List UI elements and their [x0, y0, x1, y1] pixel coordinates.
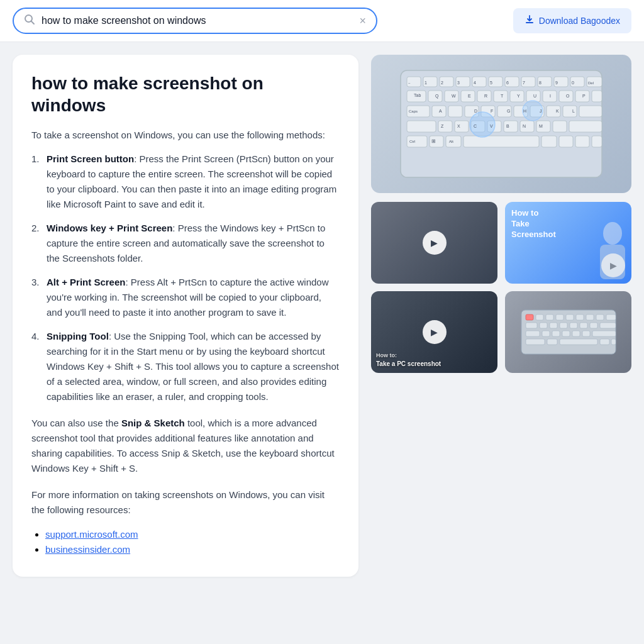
- svg-text:R: R: [484, 94, 487, 98]
- main-content: how to make screenshot on windows To tak…: [0, 42, 644, 589]
- svg-text:K: K: [556, 109, 559, 113]
- svg-text:O: O: [566, 94, 570, 98]
- play-button-1[interactable]: ▶: [423, 231, 447, 255]
- search-icon: [24, 14, 35, 28]
- svg-rect-133: [526, 314, 533, 320]
- svg-text:F: F: [491, 109, 493, 113]
- play-button-3[interactable]: ▶: [423, 320, 447, 344]
- svg-text:A: A: [439, 109, 442, 113]
- methods-list: 1. Print Screen button: Press the Print …: [31, 152, 340, 404]
- svg-rect-130: [560, 339, 597, 345]
- video-thumb-4[interactable]: [505, 291, 631, 373]
- list-item: 2. Windows key + Print Screen: Press the…: [31, 221, 340, 266]
- svg-text:2: 2: [441, 80, 443, 85]
- svg-text:1: 1: [425, 80, 427, 85]
- download-button[interactable]: Download Bagoodex: [513, 8, 631, 33]
- video-thumb-1[interactable]: ▶: [371, 202, 497, 284]
- svg-text:Del: Del: [588, 81, 594, 85]
- resource-item: support.microsoft.com: [45, 529, 340, 540]
- method-bold: Alt + Print Screen: [47, 277, 125, 287]
- svg-rect-112: [606, 314, 616, 320]
- svg-text:⊞: ⊞: [431, 138, 436, 144]
- method-bold: Snipping Tool: [47, 331, 109, 341]
- svg-text:6: 6: [506, 80, 509, 85]
- svg-rect-118: [580, 323, 587, 328]
- video-label-3: How to: Take a PC screenshot: [376, 352, 441, 368]
- svg-rect-108: [566, 314, 574, 320]
- resource-link-businessinsider[interactable]: businessinsider.com: [45, 544, 130, 555]
- download-label: Download Bagoodex: [539, 16, 620, 26]
- svg-rect-115: [550, 323, 557, 328]
- svg-rect-27: [592, 91, 602, 102]
- svg-rect-127: [592, 331, 616, 336]
- svg-rect-30: [448, 106, 462, 117]
- list-item: 3. Alt + Print Screen: Press Alt + PrtSc…: [31, 275, 340, 320]
- keyboard-small-svg: [518, 307, 619, 357]
- resources-intro: For more information on taking screensho…: [31, 487, 340, 518]
- svg-rect-129: [547, 339, 557, 345]
- svg-rect-56: [592, 136, 602, 147]
- svg-rect-54: [559, 136, 573, 147]
- svg-line-1: [31, 21, 35, 25]
- svg-rect-107: [556, 314, 564, 320]
- svg-point-101: [603, 222, 622, 245]
- svg-rect-116: [560, 323, 567, 328]
- search-input[interactable]: how to make screenshot on windows: [42, 15, 353, 26]
- method-bold: Print Screen button: [47, 153, 134, 164]
- person-silhouette: [594, 221, 631, 284]
- svg-rect-119: [590, 323, 597, 328]
- svg-rect-132: [611, 339, 616, 345]
- svg-text:Z: Z: [441, 124, 444, 128]
- svg-text:Q: Q: [435, 94, 439, 99]
- answer-intro: To take a screenshot on Windows, you can…: [31, 128, 340, 143]
- svg-rect-48: [569, 121, 602, 132]
- svg-text:U: U: [533, 94, 536, 98]
- keyboard-image: Tab Q W E R T Y U I O P Caps A D F G H J…: [371, 55, 631, 193]
- search-bar: how to make screenshot on windows ×: [13, 8, 377, 34]
- svg-rect-117: [570, 323, 577, 328]
- video-title-overlay-2: How toTakeScreenshot: [511, 208, 556, 240]
- svg-text:H: H: [523, 109, 526, 113]
- svg-rect-110: [586, 314, 594, 320]
- svg-text:4: 4: [474, 80, 476, 85]
- svg-rect-128: [526, 339, 545, 345]
- svg-text:J: J: [540, 109, 542, 113]
- video-thumb-2[interactable]: How toTakeScreenshot ▶: [505, 202, 631, 284]
- svg-rect-47: [553, 121, 567, 132]
- resource-link-microsoft[interactable]: support.microsoft.com: [45, 529, 138, 540]
- svg-rect-121: [526, 331, 540, 336]
- svg-text:0: 0: [572, 80, 574, 85]
- video-grid: ▶ How toTakeScreenshot ▶ ▶ How to: Take …: [371, 202, 631, 373]
- video-thumb-3[interactable]: ▶ How to: Take a PC screenshot: [371, 291, 497, 373]
- list-item: 1. Print Screen button: Press the Print …: [31, 152, 340, 212]
- right-panel: Tab Q W E R T Y U I O P Caps A D F G H J…: [371, 55, 631, 373]
- svg-text:Y: Y: [517, 94, 520, 98]
- svg-text:3: 3: [457, 80, 460, 85]
- svg-text:C: C: [474, 124, 477, 128]
- svg-rect-39: [407, 121, 436, 132]
- svg-text:7: 7: [523, 80, 525, 85]
- list-item: 4. Snipping Tool: Use the Snipping Tool,…: [31, 329, 340, 404]
- snip-sketch-paragraph: You can also use the Snip & Sketch tool,…: [31, 416, 340, 476]
- svg-text:V: V: [490, 124, 493, 128]
- svg-text:T: T: [501, 94, 504, 98]
- svg-text:Caps: Caps: [409, 109, 418, 113]
- svg-rect-122: [542, 331, 550, 336]
- svg-text:B: B: [506, 124, 509, 128]
- svg-rect-102: [600, 245, 625, 279]
- svg-text:E: E: [468, 94, 471, 98]
- svg-text:L: L: [572, 109, 575, 113]
- svg-text:Alt: Alt: [449, 140, 453, 143]
- answer-card: how to make screenshot on windows To tak…: [13, 55, 358, 577]
- clear-button[interactable]: ×: [359, 15, 366, 26]
- svg-rect-106: [546, 314, 553, 320]
- download-icon: [525, 14, 535, 27]
- svg-text:N: N: [523, 124, 526, 128]
- svg-text:M: M: [539, 124, 543, 128]
- svg-rect-109: [576, 314, 584, 320]
- svg-rect-114: [540, 323, 547, 328]
- svg-text:5: 5: [490, 80, 492, 85]
- keyboard-svg: Tab Q W E R T Y U I O P Caps A D F G H J…: [394, 64, 608, 184]
- svg-text:Tab: Tab: [414, 93, 421, 97]
- svg-rect-126: [582, 331, 590, 336]
